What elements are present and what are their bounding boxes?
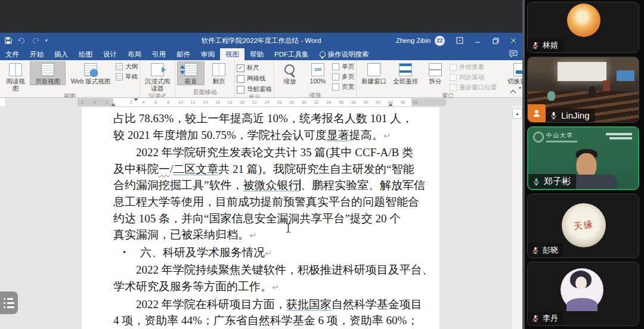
- checkbox-icon: [237, 86, 244, 94]
- side-display: [617, 70, 634, 82]
- ribbon-tab[interactable]: 开始: [24, 48, 49, 60]
- ruler-corner: [0, 98, 5, 106]
- person: [589, 86, 596, 97]
- document-line[interactable]: 2022 年学院研究生发表论文共计 35 篇(其中 CCF-A/B 类: [113, 144, 398, 161]
- document-area: 6422468101214161820222426283032343638404…: [0, 98, 522, 329]
- save-icon[interactable]: [5, 37, 12, 44]
- gridlines-checkbox[interactable]: 网格线: [237, 75, 272, 83]
- ribbon-tab[interactable]: 绘图: [73, 48, 98, 60]
- document-line[interactable]: 学术研究及服务等方面的工作。↵: [113, 278, 398, 296]
- university-emblem-icon: [533, 132, 544, 142]
- hanging-indent-marker[interactable]: [111, 103, 116, 106]
- split-button[interactable]: 拆分: [422, 61, 449, 85]
- ribbon-tab[interactable]: PDF工具集: [269, 48, 314, 60]
- document-page[interactable]: 占比 78.63%，较上一年提高近 10%，统考报名人数 101 人，较 202…: [82, 107, 439, 329]
- participant-tile[interactable]: 林婧: [527, 2, 639, 53]
- comment-bubble-icon[interactable]: [509, 49, 518, 60]
- document-line[interactable]: 2022 年学院持续聚焦关键软件，积极推进科研项目及平台、: [113, 262, 398, 278]
- ribbon-tab[interactable]: 邮件: [171, 48, 196, 60]
- restore-button[interactable]: [487, 33, 504, 48]
- participant-tile-active-speaker[interactable]: 中山大学 郑子彬: [527, 126, 639, 190]
- zoom-button[interactable]: 缩放: [276, 61, 304, 85]
- immersive-reader-button[interactable]: 沉浸式阅读器: [142, 61, 173, 92]
- document-line[interactable]: 六、科研及学术服务情况↵: [113, 244, 398, 262]
- vertical-button[interactable]: 垂直: [177, 61, 205, 85]
- first-line-indent-marker[interactable]: [134, 98, 138, 101]
- redo-icon[interactable]: [32, 38, 39, 44]
- document-line[interactable]: 4 项，资助率 44%；广东省自然科学基金 6 项，资助率 60%；: [113, 312, 398, 329]
- ribbon-group-views: 阅读视图 页面视图 Web 版式视图 大纲 草稿 视图: [0, 60, 140, 97]
- account-info[interactable]: Zheng Zibin ZZ: [396, 36, 445, 46]
- participant-name-chip: 林婧: [528, 38, 564, 52]
- document-line[interactable]: 合约漏洞挖掘工具”软件，被微众银行、鹏程实验室、解放军信: [113, 177, 398, 194]
- account-name: Zheng Zibin: [396, 37, 431, 44]
- close-button[interactable]: [504, 33, 522, 48]
- page-width-button[interactable]: 页宽: [332, 83, 354, 91]
- outline-view-button[interactable]: 大纲: [116, 63, 138, 71]
- ribbon-tab[interactable]: 设计: [98, 48, 122, 60]
- participant-tile[interactable]: 天缘 彭晓: [527, 194, 639, 258]
- participant-name-chip: 李丹: [528, 311, 564, 325]
- dropdown-arrow-icon: ▾: [519, 86, 521, 91]
- mic-muted-icon: [531, 41, 540, 49]
- ribbon-tab[interactable]: 帮助: [244, 48, 269, 60]
- university-logo: 中山大学: [533, 132, 577, 142]
- participants-sidebar: 林婧 LinJing 中山大学: [525, 0, 644, 329]
- arrange-all-icon: [399, 63, 412, 76]
- print-layout-button[interactable]: 页面视图: [30, 61, 66, 85]
- document-line[interactable]: 较 2021 年度增加 50.75%，学院社会认可度显著提高。↵: [113, 127, 398, 145]
- document-line[interactable]: 2022 年学院在科研项目方面，获批国家自然科学基金项目: [113, 296, 398, 313]
- ribbon-tab[interactable]: 文件: [0, 48, 24, 60]
- arrange-all-button[interactable]: 全部重排: [390, 61, 421, 85]
- participant-tile[interactable]: 李丹: [527, 262, 639, 326]
- new-window-button[interactable]: 新建窗口: [358, 61, 389, 85]
- ribbon-display-options-button[interactable]: [451, 33, 469, 48]
- customize-qat-icon[interactable]: ▾: [45, 38, 48, 43]
- document-line[interactable]: 占比 78.63%，较上一年提高近 10%，统考报名人数 101 人，: [113, 110, 398, 127]
- read-mode-button[interactable]: 阅读视图: [2, 61, 29, 92]
- scroll-up-button[interactable]: ▲: [512, 108, 522, 119]
- ribbon-tab[interactable]: 插入: [49, 48, 73, 60]
- multiple-pages-button[interactable]: 多页: [332, 73, 354, 81]
- ribbon-tab[interactable]: 布局: [122, 48, 147, 60]
- reset-window-icon: [450, 84, 457, 91]
- draft-view-button[interactable]: 草稿: [116, 73, 138, 81]
- new-window-icon: [367, 63, 380, 76]
- participant-tile[interactable]: LinJing: [527, 57, 639, 123]
- side-to-side-button[interactable]: 翻页: [205, 61, 233, 85]
- background-slogan: [606, 133, 632, 139]
- draft-icon: [116, 73, 123, 80]
- participant-name-chip: 郑子彬: [528, 174, 576, 189]
- navigation-pane-checkbox[interactable]: 导航窗格: [237, 85, 272, 94]
- one-page-button[interactable]: 单页: [332, 63, 354, 71]
- document-line[interactable]: 真实漏洞，已被采纳归档。↵: [113, 226, 398, 244]
- view-side-by-side-button[interactable]: 并排查看: [450, 63, 497, 72]
- word-title-bar: ▾ 软件工程学院2022年度工作总结 - Word Zheng Zibin ZZ: [0, 33, 522, 48]
- avatar-inscription: 天缘: [573, 218, 595, 232]
- avatar: 天缘: [562, 203, 606, 247]
- mic-muted-icon: [531, 314, 540, 322]
- document-line[interactable]: 息工程大学等使用，目前成功提前预警真实平台的问题智能合: [113, 194, 398, 210]
- ribbon-tab-bar: 文件开始插入绘图设计布局引用邮件审阅视图帮助PDF工具集操作说明搜索: [0, 48, 522, 60]
- undo-icon[interactable]: [18, 38, 26, 44]
- document-line[interactable]: 及中科院一/二区文章共 21 篇)。我院研究生自主研发的“智能: [113, 161, 398, 178]
- checkbox-icon: [237, 75, 244, 83]
- minimize-button[interactable]: [469, 33, 487, 48]
- reset-window-position-button[interactable]: 重设窗口位置: [450, 83, 497, 92]
- document-line[interactable]: 约达 105 条，并向“国家信息安全漏洞共享平台”提交 20 个: [113, 210, 398, 227]
- ribbon-tab[interactable]: 审阅: [196, 48, 220, 60]
- ruler-checkbox[interactable]: ✓标尺: [237, 64, 272, 72]
- side-panel-toggle-button[interactable]: [0, 291, 18, 314]
- ribbon-tab[interactable]: 操作说明搜索: [314, 48, 374, 60]
- vertical-scrollbar[interactable]: ▲: [511, 106, 522, 329]
- collapse-ribbon-button[interactable]: [510, 88, 516, 95]
- horizontal-ruler[interactable]: 6422468101214161820222426283032343638404…: [78, 98, 446, 106]
- synchronous-scrolling-button[interactable]: 同步滚动: [450, 73, 497, 82]
- zoom-100-button[interactable]: 100100%: [304, 61, 332, 85]
- web-layout-icon: [84, 63, 97, 76]
- ribbon-group-immersive: 沉浸式阅读器 沉浸式: [140, 60, 175, 97]
- ribbon-tab[interactable]: 视图: [220, 48, 244, 60]
- ribbon-tab[interactable]: 引用: [147, 48, 171, 60]
- person: [547, 91, 555, 101]
- web-layout-button[interactable]: Web 版式视图: [66, 61, 115, 85]
